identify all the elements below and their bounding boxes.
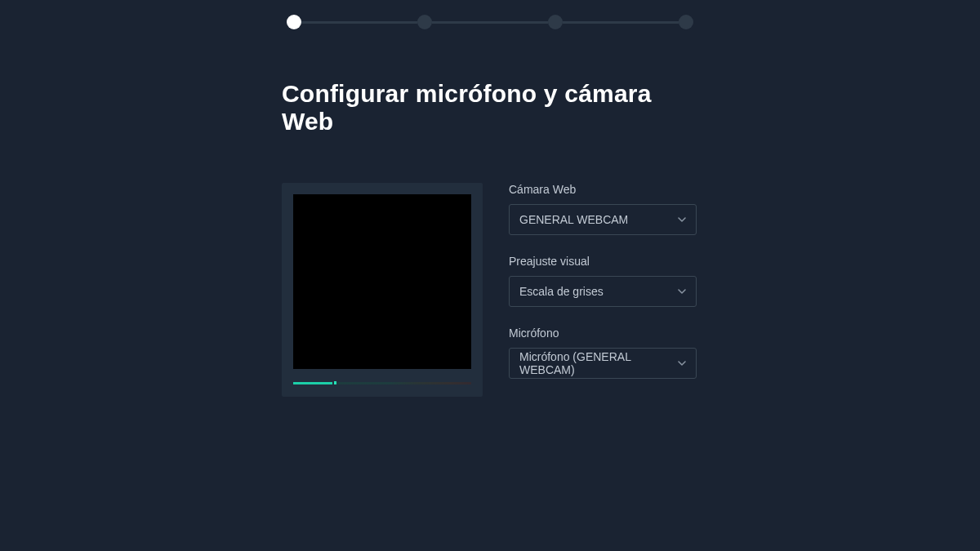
webcam-select[interactable]: GENERAL WEBCAM xyxy=(509,204,697,235)
chevron-down-icon xyxy=(678,216,686,224)
preset-select-value: Escala de grises xyxy=(519,285,604,298)
webcam-label: Cámara Web xyxy=(509,183,698,196)
step-dot-4[interactable] xyxy=(679,15,693,29)
microphone-label: Micrófono xyxy=(509,327,698,340)
step-dot-3[interactable] xyxy=(548,15,563,29)
microphone-select[interactable]: Micrófono (GENERAL WEBCAM) xyxy=(509,348,697,379)
step-dot-2[interactable] xyxy=(417,15,432,29)
microphone-select-value: Micrófono (GENERAL WEBCAM) xyxy=(519,350,678,376)
preset-select[interactable]: Escala de grises xyxy=(509,276,697,307)
page-title: Configurar micrófono y cámara Web xyxy=(282,80,698,136)
step-line xyxy=(563,21,679,24)
step-line xyxy=(301,21,417,24)
chevron-down-icon xyxy=(678,287,686,295)
mic-level-track xyxy=(336,382,471,384)
mic-level-active xyxy=(293,382,332,384)
mic-level-meter xyxy=(293,380,471,385)
step-line xyxy=(432,21,548,24)
progress-stepper xyxy=(0,0,980,29)
step-dot-1[interactable] xyxy=(287,15,301,29)
chevron-down-icon xyxy=(678,359,686,367)
webcam-preview-panel xyxy=(282,183,483,397)
webcam-preview xyxy=(293,194,471,369)
preset-label: Preajuste visual xyxy=(509,255,698,268)
webcam-select-value: GENERAL WEBCAM xyxy=(519,213,628,226)
